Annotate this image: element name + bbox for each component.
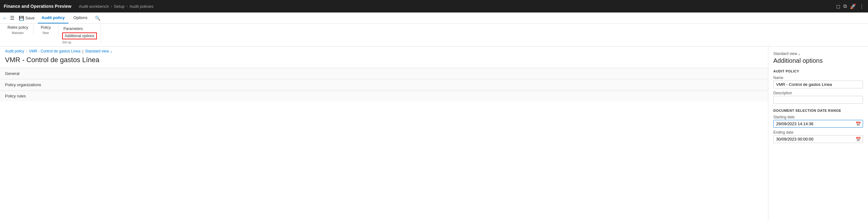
new-group-label: New [37, 31, 54, 35]
panel-description-input[interactable] [773, 96, 863, 104]
save-button[interactable]: 💾 Save [17, 14, 36, 22]
save-icon: 💾 [19, 15, 24, 21]
right-panel: Standard view ⌄ Additional options AUDIT… [768, 46, 868, 220]
split-icon[interactable]: ⧉ [843, 3, 847, 9]
additional-options-label: Additional options [65, 34, 94, 38]
ribbon-group-maintain: Retire policy Maintain [2, 25, 33, 35]
panel-date-section: DOCUMENT SELECTION DATE RANGE [773, 109, 863, 113]
ending-date-input[interactable] [774, 135, 854, 143]
policy-label: Policy [41, 25, 51, 30]
content-area: Audit policy : VMR - Control de gastos L… [0, 46, 768, 220]
tab-audit-policy[interactable]: Audit policy [38, 12, 68, 24]
breadcrumb-sep-1: › [111, 4, 112, 8]
panel-name-input[interactable] [773, 81, 863, 88]
top-bar: Finance and Operations Preview Audit wor… [0, 0, 868, 12]
panel-starting-date-label: Starting date [773, 115, 863, 119]
panel-view-label[interactable]: Standard view ⌄ [773, 52, 863, 56]
additional-options-button[interactable]: Additional options [62, 32, 97, 39]
ending-date-calendar-icon[interactable]: 📅 [854, 137, 863, 142]
panel-ending-date-label: Ending date [773, 130, 863, 134]
top-bar-icons: ◻ ⧉ 🚀 ⋮ [836, 3, 864, 9]
rocket-icon[interactable]: 🚀 [850, 3, 856, 9]
page-breadcrumb: Audit policy : VMR - Control de gastos L… [0, 46, 768, 55]
retire-policy-button[interactable]: Retire policy [6, 25, 29, 30]
page-breadcrumb-record[interactable]: VMR - Control de gastos Línea [29, 49, 81, 53]
panel-name-label: Name [773, 75, 863, 80]
back-button[interactable]: ← [2, 15, 7, 21]
ribbon-tabs: ← ☰ 💾 Save Audit policy Options 🔍 [0, 12, 868, 24]
retire-policy-label: Retire policy [7, 25, 28, 30]
parameters-button[interactable]: Parameters [62, 26, 97, 31]
starting-date-input[interactable] [774, 120, 854, 127]
breadcrumb-item-1[interactable]: Audit workbench [79, 4, 109, 9]
breadcrumb-item-2[interactable]: Setup [114, 4, 124, 9]
setup-group-label: Set up [62, 40, 97, 44]
section-general[interactable]: General [0, 68, 768, 79]
new-items: Policy [40, 25, 52, 30]
grid-icon[interactable]: ⋮ [859, 3, 864, 9]
panel-audit-policy-section: AUDIT POLICY [773, 69, 863, 73]
window-icon[interactable]: ◻ [836, 3, 840, 9]
tab-options[interactable]: Options [70, 12, 91, 24]
starting-date-field: 📅 [773, 120, 863, 128]
panel-title: Additional options [773, 57, 863, 64]
policy-button[interactable]: Policy [40, 25, 52, 30]
ribbon-commands: Retire policy Maintain Policy New Parame… [0, 24, 868, 46]
parameters-label: Parameters [63, 27, 83, 31]
page-breadcrumb-link[interactable]: Audit policy [5, 49, 24, 53]
page-breadcrumb-sep: : [26, 49, 27, 53]
breadcrumb-sep-2: › [126, 4, 127, 8]
maintain-items: Retire policy [6, 25, 29, 30]
section-policy-organizations[interactable]: Policy organizations [0, 79, 768, 90]
breadcrumb-item-3[interactable]: Audit policies [129, 4, 153, 9]
app-title: Finance and Operations Preview [4, 4, 71, 9]
page-breadcrumb-pipe: | [82, 49, 83, 53]
ribbon: ← ☰ 💾 Save Audit policy Options 🔍 Retire… [0, 12, 868, 46]
starting-date-calendar-icon[interactable]: 📅 [854, 122, 863, 126]
breadcrumb: Audit workbench › Setup › Audit policies [79, 4, 153, 9]
chevron-down-icon: ⌄ [110, 49, 113, 53]
ribbon-group-setup: Parameters Additional options Set up [58, 25, 101, 44]
ribbon-group-new: Policy New [33, 25, 58, 35]
maintain-group-label: Maintain [6, 31, 29, 35]
page-breadcrumb-view[interactable]: Standard view ⌄ [85, 49, 113, 53]
section-policy-rules[interactable]: Policy rules [0, 90, 768, 101]
hamburger-button[interactable]: ☰ [10, 15, 14, 21]
main-layout: Audit policy : VMR - Control de gastos L… [0, 46, 868, 220]
search-button[interactable]: 🔍 [95, 15, 100, 21]
page-title: VMR - Control de gastos Línea [0, 55, 768, 68]
panel-view-chevron: ⌄ [798, 52, 801, 56]
ending-date-field: 📅 [773, 135, 863, 143]
panel-description-label: Description [773, 91, 863, 95]
